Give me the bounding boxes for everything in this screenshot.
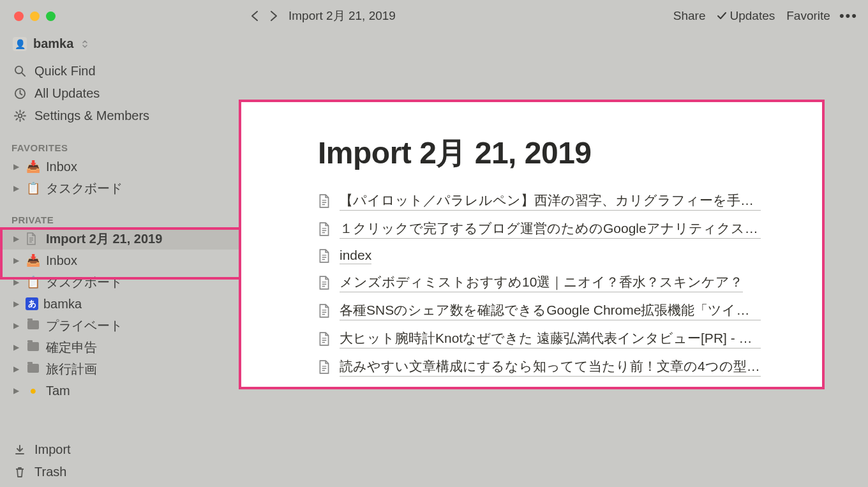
page-subpage-link[interactable]: 【パイロット／パラレルペン】西洋の習字、カリグラフィーを手軽に始められる...	[318, 191, 761, 211]
page-subpage-label: 大ヒット腕時計Knotなぜできた 遠藤弘満代表インタビュー[PR] - 週刊アス…	[340, 329, 761, 348]
updates-label: Updates	[730, 9, 775, 23]
settings-label: Settings & Members	[34, 109, 149, 123]
download-icon	[13, 444, 27, 456]
favorites-list: ▶ 📥 Inbox ▶ 📋 タスクボード	[0, 156, 239, 199]
share-button[interactable]: Share	[673, 9, 706, 23]
workspace-name: bamka	[33, 36, 73, 51]
checkmark-icon	[717, 11, 727, 21]
trash-icon	[13, 467, 27, 478]
private-item-bamka[interactable]: ▶ あ bamka	[0, 293, 239, 315]
page-icon	[318, 360, 331, 374]
settings-members[interactable]: Settings & Members	[0, 105, 239, 127]
updates-button[interactable]: Updates	[717, 9, 775, 23]
import-button[interactable]: Import	[0, 438, 239, 461]
page-subpage-link[interactable]: index	[318, 248, 761, 264]
disclosure-triangle-icon[interactable]: ▶	[11, 321, 20, 330]
tree-item-label: タスクボード	[46, 180, 123, 197]
tree-item-label: プライベート	[46, 317, 123, 334]
private-item-private-folder[interactable]: ▶ プライベート	[0, 315, 239, 336]
svg-line-1	[22, 73, 25, 76]
forward-button[interactable]	[267, 10, 285, 22]
disclosure-triangle-icon[interactable]: ▶	[11, 184, 20, 193]
disclosure-triangle-icon[interactable]: ▶	[11, 299, 20, 308]
page-icon	[318, 222, 331, 236]
folder-icon	[26, 341, 41, 354]
window-close-button[interactable]	[14, 11, 24, 21]
sidebar: 👤 bamka Quick Find All Updates Settings …	[0, 0, 239, 487]
topbar: Import 2月 21, 2019 Share Updates Favorit…	[239, 0, 868, 32]
quick-find[interactable]: Quick Find	[0, 60, 239, 82]
page-title[interactable]: Import 2月 21, 2019	[318, 133, 761, 174]
disclosure-triangle-icon[interactable]: ▶	[11, 162, 20, 171]
tree-item-label: Tam	[46, 384, 70, 398]
all-updates-label: All Updates	[34, 86, 100, 101]
page-subpage-link[interactable]: 各種SNSのシェア数を確認できるGoogle Chrome拡張機能「ツイートカウ…	[318, 301, 761, 320]
disclosure-triangle-icon[interactable]: ▶	[11, 364, 20, 373]
disclosure-triangle-icon[interactable]: ▶	[11, 343, 20, 352]
breadcrumb[interactable]: Import 2月 21, 2019	[288, 8, 396, 24]
private-section-label: PRIVATE	[0, 199, 239, 228]
page-subpage-label: １クリックで完了するブログ運営のためのGoogleアナリティクスのマイレポー..…	[340, 220, 761, 239]
workspace-avatar: 👤	[13, 37, 27, 51]
page-subpage-label: 読みやすい文章構成にするなら知ってて当たり前！文章の4つの型を解説	[340, 357, 761, 377]
folder-icon	[26, 363, 41, 376]
page-subpage-label: 各種SNSのシェア数を確認できるGoogle Chrome拡張機能「ツイートカウ…	[340, 301, 761, 320]
favorites-item-inbox[interactable]: ▶ 📥 Inbox	[0, 156, 239, 177]
page-subpage-label: 【パイロット／パラレルペン】西洋の習字、カリグラフィーを手軽に始められる...	[340, 191, 761, 211]
svg-point-3	[18, 114, 22, 118]
custom-icon: あ	[26, 297, 38, 310]
page-subpage-link[interactable]: 大ヒット腕時計Knotなぜできた 遠藤弘満代表インタビュー[PR] - 週刊アス…	[318, 329, 761, 348]
gear-icon	[13, 110, 27, 122]
disclosure-triangle-icon[interactable]: ▶	[11, 386, 20, 395]
page-subpage-label: メンズボディミストおすすめ10選｜ニオイ？香水？スキンケア？	[340, 273, 743, 292]
all-updates[interactable]: All Updates	[0, 82, 239, 105]
page-subpage-label: index	[340, 248, 371, 264]
circle-icon: ●	[26, 384, 41, 398]
import-label: Import	[34, 442, 71, 457]
nav-primary: Quick Find All Updates Settings & Member…	[0, 60, 239, 127]
page-icon	[318, 332, 331, 346]
workspace-switcher[interactable]: 👤 bamka	[0, 21, 239, 51]
clipboard-icon: 📋	[26, 181, 41, 195]
favorites-item-taskboard[interactable]: ▶ 📋 タスクボード	[0, 177, 239, 199]
tree-item-label: bamka	[43, 297, 82, 311]
window-zoom-button[interactable]	[46, 11, 56, 21]
svg-point-0	[15, 66, 22, 73]
page-icon	[318, 276, 331, 290]
window-minimize-button[interactable]	[30, 11, 40, 21]
folder-icon	[26, 319, 41, 333]
page-icon	[318, 304, 331, 318]
tree-item-label: 確定申告	[46, 339, 97, 356]
more-button[interactable]: •••	[839, 8, 858, 24]
private-item-travel-folder[interactable]: ▶ 旅行計画	[0, 358, 239, 380]
back-button[interactable]	[249, 10, 267, 22]
page-subpage-link[interactable]: １クリックで完了するブログ運営のためのGoogleアナリティクスのマイレポー..…	[318, 220, 761, 239]
page-subpage-link[interactable]: メンズボディミストおすすめ10選｜ニオイ？香水？スキンケア？	[318, 273, 761, 292]
page-icon	[318, 194, 331, 208]
tree-item-label: Inbox	[46, 160, 77, 174]
inbox-icon: 📥	[26, 160, 41, 174]
private-item-tax-folder[interactable]: ▶ 確定申告	[0, 336, 239, 358]
page-list: 【パイロット／パラレルペン】西洋の習字、カリグラフィーを手軽に始められる...１…	[318, 191, 761, 377]
favorite-button[interactable]: Favorite	[786, 9, 830, 23]
clock-icon	[13, 87, 27, 100]
chevron-updown-icon	[81, 40, 89, 49]
quick-find-label: Quick Find	[34, 64, 96, 79]
private-item-tam[interactable]: ▶ ● Tam	[0, 380, 239, 401]
tree-item-label: 旅行計画	[46, 361, 97, 378]
annotation-highlight-sidebar	[0, 227, 239, 280]
sidebar-bottom: Import Trash	[0, 438, 239, 483]
page-subpage-link[interactable]: 読みやすい文章構成にするなら知ってて当たり前！文章の4つの型を解説	[318, 357, 761, 377]
main-area: Import 2月 21, 2019 Share Updates Favorit…	[239, 0, 868, 487]
page-icon	[318, 249, 331, 263]
favorites-section-label: FAVORITES	[0, 127, 239, 156]
trash-button[interactable]: Trash	[0, 461, 239, 483]
window-controls	[0, 0, 239, 21]
search-icon	[13, 65, 27, 77]
trash-label: Trash	[34, 465, 66, 479]
page-content-card: Import 2月 21, 2019 【パイロット／パラレルペン】西洋の習字、カ…	[239, 100, 825, 389]
